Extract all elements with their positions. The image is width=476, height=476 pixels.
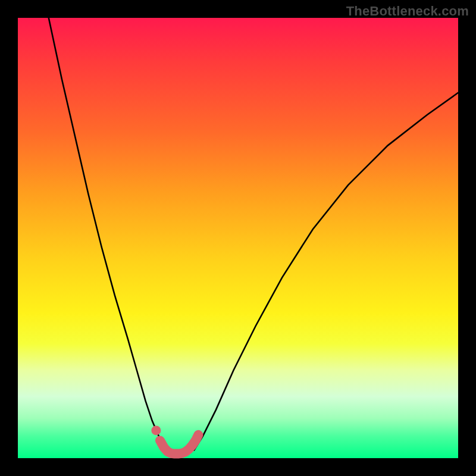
curve-layer bbox=[18, 18, 458, 458]
plot-area bbox=[18, 18, 458, 458]
right-curve bbox=[194, 93, 458, 450]
valley-accent bbox=[160, 435, 198, 454]
accent-dot bbox=[151, 425, 161, 435]
chart-frame: TheBottleneck.com bbox=[0, 0, 476, 476]
watermark-text: TheBottleneck.com bbox=[346, 4, 469, 19]
left-curve bbox=[49, 18, 170, 452]
